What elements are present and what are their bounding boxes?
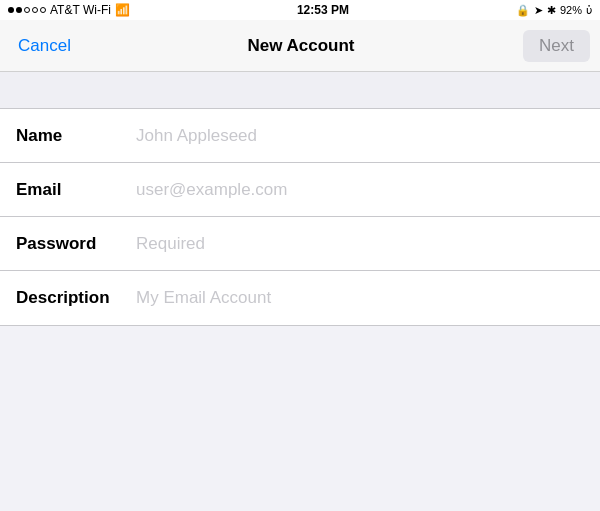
nav-title: New Account — [247, 36, 354, 56]
signal-dot-4 — [32, 7, 38, 13]
description-input[interactable] — [136, 288, 584, 308]
name-row: Name — [0, 109, 600, 163]
status-left: AT&T Wi-Fi 📶 — [8, 3, 130, 17]
signal-dots — [8, 7, 46, 13]
status-right: 🔒 ➤ ✱ 92% ὐ‌︎ — [516, 4, 592, 17]
email-input[interactable] — [136, 180, 584, 200]
section-gap — [0, 72, 600, 108]
email-row: Email — [0, 163, 600, 217]
bluetooth-icon: ✱ — [547, 4, 556, 17]
battery-label: 92% — [560, 4, 582, 16]
signal-dot-5 — [40, 7, 46, 13]
password-input[interactable] — [136, 234, 584, 254]
cancel-button[interactable]: Cancel — [10, 30, 79, 62]
wifi-icon: 📶 — [115, 3, 130, 17]
signal-dot-1 — [8, 7, 14, 13]
status-bar: AT&T Wi-Fi 📶 12:53 PM 🔒 ➤ ✱ 92% ὐ‌︎ — [0, 0, 600, 20]
status-time: 12:53 PM — [297, 3, 349, 17]
description-label: Description — [16, 288, 136, 308]
location-icon: ➤ — [534, 4, 543, 17]
lock-icon: 🔒 — [516, 4, 530, 17]
email-label: Email — [16, 180, 136, 200]
name-label: Name — [16, 126, 136, 146]
signal-dot-3 — [24, 7, 30, 13]
description-row: Description — [0, 271, 600, 325]
password-label: Password — [16, 234, 136, 254]
nav-bar: Cancel New Account Next — [0, 20, 600, 72]
name-input[interactable] — [136, 126, 584, 146]
password-row: Password — [0, 217, 600, 271]
form-section: Name Email Password Description — [0, 108, 600, 326]
carrier-label: AT&T Wi-Fi — [50, 3, 111, 17]
signal-dot-2 — [16, 7, 22, 13]
battery-icon: ὐ‌︎ — [586, 4, 592, 17]
next-button[interactable]: Next — [523, 30, 590, 62]
